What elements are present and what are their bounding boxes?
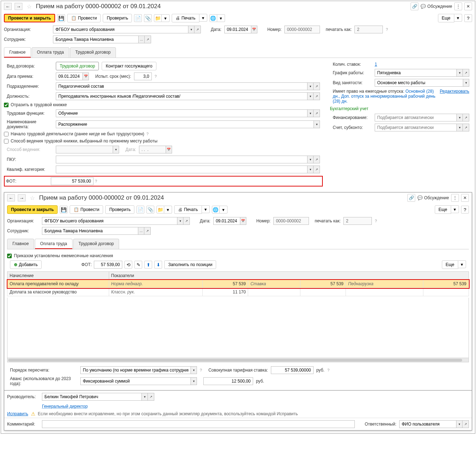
resp-input[interactable] — [399, 420, 456, 428]
org-open[interactable]: ↗ — [194, 26, 201, 33]
global-icon[interactable]: 🌐 — [209, 14, 217, 22]
fill-button[interactable]: Заполнить по позиции — [164, 260, 216, 269]
save-icon[interactable]: 💾 — [60, 206, 68, 213]
help-q[interactable]: ? — [146, 132, 149, 136]
table-row[interactable]: Доплата за классное руководство Классн. … — [7, 288, 469, 296]
folder-icon[interactable]: 📁 — [154, 14, 162, 22]
acc-input[interactable] — [375, 124, 456, 131]
total-rate-input[interactable] — [271, 366, 314, 374]
more-button[interactable]: Еще — [438, 14, 454, 22]
edit-link[interactable]: Редактировать — [440, 89, 469, 94]
trial-input[interactable] — [134, 72, 152, 80]
table-more-button[interactable]: Еще — [442, 260, 458, 269]
table-row[interactable]: Оплата преподавателей по окладу Норма пе… — [7, 280, 469, 288]
emp-open[interactable]: ↗ — [144, 227, 151, 235]
comment-input[interactable] — [42, 420, 355, 428]
emp-open[interactable]: ↗ — [145, 36, 151, 43]
emp-input[interactable] — [53, 36, 138, 43]
print-dd-icon[interactable]: ▾ — [202, 205, 210, 213]
more-button[interactable]: Еще — [435, 205, 451, 214]
method-dd[interactable]: ▾ — [113, 146, 119, 153]
reflect-checkbox[interactable] — [4, 103, 9, 107]
favorite-icon[interactable]: ☆ — [25, 3, 33, 10]
doc-icon[interactable]: 📄 — [137, 206, 144, 213]
help-q[interactable]: ? — [155, 74, 157, 79]
resp-open[interactable]: ↗ — [462, 420, 469, 428]
print-button[interactable]: 🖨 Печать — [172, 14, 199, 22]
manager-post-link[interactable]: Генеральный директор — [42, 404, 88, 409]
table-more-dd[interactable]: ▾ — [458, 260, 466, 268]
advance-amount-input[interactable] — [203, 377, 253, 385]
manager-dd[interactable]: ▾ — [141, 393, 148, 401]
down-icon[interactable]: ⬇ — [154, 261, 162, 269]
contract-type-2[interactable]: Контракт госслужащего — [102, 62, 156, 70]
tab-pay[interactable]: Оплата труда — [35, 239, 73, 249]
forward-button[interactable]: → — [15, 3, 22, 10]
qual-input[interactable] — [56, 166, 307, 173]
org-dd[interactable]: ▾ — [188, 26, 194, 33]
fot-input[interactable] — [51, 177, 93, 185]
recalc-input[interactable] — [80, 366, 191, 374]
help-icon[interactable]: ? — [464, 14, 472, 22]
help-q[interactable]: ? — [200, 368, 202, 372]
date-cal-icon[interactable]: 📅 — [240, 217, 246, 225]
printas-input[interactable] — [343, 217, 372, 225]
global-dd-icon[interactable]: ▾ — [220, 206, 228, 213]
global-dd-icon[interactable]: ▾ — [217, 14, 225, 22]
pos-open[interactable]: ↗ — [314, 92, 320, 100]
discuss-link[interactable]: 💬 Обсуждение — [417, 195, 449, 200]
fix-link[interactable]: Исправить — [7, 411, 28, 416]
resp-dd[interactable]: ▾ — [456, 420, 462, 428]
help-q[interactable]: ? — [386, 27, 388, 32]
edit-icon[interactable]: ✎ — [134, 261, 142, 269]
qual-open[interactable]: ↗ — [314, 166, 320, 173]
org-dd[interactable]: ▾ — [177, 217, 183, 225]
global-icon[interactable]: 🌐 — [212, 206, 220, 213]
recalc-dd[interactable]: ▾ — [191, 366, 197, 374]
date-cal-icon[interactable]: 📅 — [251, 26, 257, 33]
advance-input[interactable] — [80, 377, 191, 385]
close-icon[interactable]: ✕ — [464, 2, 472, 10]
pos-input[interactable] — [56, 92, 307, 100]
post-close-button[interactable]: Провести и закрыть — [7, 205, 58, 214]
schedule-dd[interactable]: ▾ — [456, 69, 463, 77]
favorite-icon[interactable]: ☆ — [28, 194, 36, 201]
func-open[interactable]: ↗ — [314, 109, 320, 117]
num-input[interactable] — [273, 217, 309, 225]
tab-main[interactable]: Главное — [7, 239, 34, 249]
rates-link[interactable]: 1 — [375, 62, 377, 67]
doc-icon[interactable]: 📄 — [134, 14, 142, 22]
more-dd-icon[interactable]: ▾ — [454, 14, 462, 22]
func-dd[interactable]: ▾ — [307, 109, 314, 117]
emp-sel[interactable]: … — [138, 227, 144, 235]
pku-input[interactable] — [56, 156, 307, 163]
manager-open[interactable]: ↗ — [148, 393, 154, 401]
post-button[interactable]: 📋 Провести — [67, 14, 101, 22]
docname-input[interactable] — [56, 120, 314, 128]
org-input[interactable] — [42, 217, 177, 225]
col-accrual[interactable]: Начисление — [7, 272, 109, 280]
date-input[interactable] — [224, 26, 251, 33]
manager-input[interactable] — [42, 393, 141, 401]
func-input[interactable] — [56, 109, 307, 117]
fin-open[interactable]: ↗ — [463, 114, 469, 121]
check-button[interactable]: Проверить — [105, 205, 134, 214]
employment-input[interactable] — [375, 79, 463, 87]
tab-pay[interactable]: Оплата труда — [32, 47, 69, 58]
close-icon[interactable]: ✕ — [461, 194, 469, 202]
folder-dd-icon[interactable]: ▾ — [162, 14, 170, 22]
hire-date-input[interactable] — [56, 72, 82, 80]
qual-dd[interactable]: ▾ — [307, 166, 314, 173]
dept-input[interactable] — [56, 82, 307, 90]
hire-cal-icon[interactable]: 📅 — [82, 72, 89, 80]
method-cal-icon[interactable]: 📅 — [166, 146, 172, 153]
more-dd-icon[interactable]: ▾ — [451, 205, 459, 213]
folder-icon[interactable]: 📁 — [156, 206, 164, 213]
acc-open[interactable]: ↗ — [463, 124, 469, 131]
org-open[interactable]: ↗ — [183, 217, 190, 225]
acc-dd[interactable]: ▾ — [456, 124, 463, 131]
up-icon[interactable]: ⬆ — [144, 261, 152, 269]
fin-dd[interactable]: ▾ — [456, 114, 463, 121]
menu-icon[interactable]: ⋮ — [451, 194, 459, 202]
pos-dd[interactable]: ▾ — [307, 92, 314, 100]
